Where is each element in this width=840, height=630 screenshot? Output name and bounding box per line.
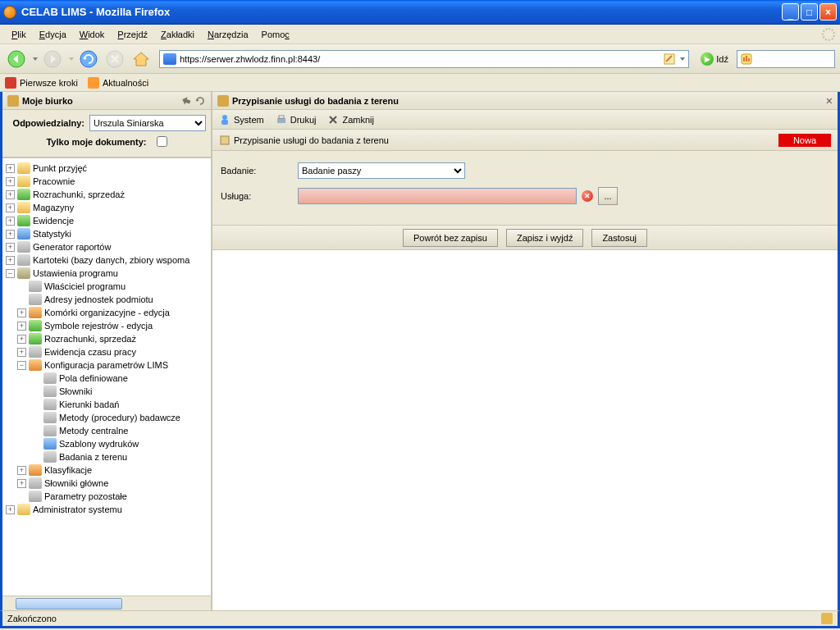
tree-item[interactable]: Ewidencja czasu pracy (44, 347, 136, 357)
tree-hscroll[interactable] (2, 596, 211, 610)
reload-button[interactable] (77, 48, 100, 71)
back-button[interactable] (5, 48, 28, 71)
menu-tools[interactable]: Narzędzia (201, 28, 255, 41)
svg-point-6 (222, 115, 227, 120)
shrink-icon[interactable] (180, 95, 192, 107)
field-icon (43, 372, 57, 384)
tree-item[interactable]: Klasyfikacje (44, 465, 92, 475)
sidebar-filters: Odpowiedzialny: Urszula Siniarska Tylko … (2, 110, 211, 158)
tree-item[interactable]: Metody centralne (59, 426, 128, 436)
content-close-button[interactable]: × (826, 94, 833, 107)
svg-rect-8 (277, 118, 285, 123)
back-without-save-button[interactable]: Powrót bez zapisu (403, 229, 498, 247)
save-and-exit-button[interactable]: Zapisz i wyjdź (506, 229, 583, 247)
usluga-label: Usługa: (221, 191, 298, 201)
money-icon (17, 189, 30, 200)
rss-icon (88, 77, 99, 89)
forward-dropdown[interactable] (69, 57, 74, 61)
svg-rect-9 (279, 116, 284, 118)
menu-go[interactable]: Przejdź (111, 28, 154, 41)
tree-item[interactable]: Statystyki (33, 229, 71, 239)
tree-item[interactable]: Pracownie (33, 176, 75, 186)
firefox-icon (3, 6, 16, 19)
tree-item[interactable]: Adresy jednostek podmiotu (44, 294, 153, 304)
bookmarks-bar: Pierwsze kroki Aktualności (0, 74, 840, 92)
toolbar-close[interactable]: Zamknij (327, 114, 374, 126)
url-text[interactable]: https://serwer.zhwlodz.finn.pl:8443/ (180, 54, 664, 64)
menu-bar: Plik Edycja Widok Przejdź Zakładki Narzę… (0, 25, 840, 44)
tree-item[interactable]: Metody (procedury) badawcze (59, 413, 180, 422)
content-title: Przypisanie usługi do badania z terenu (232, 96, 826, 106)
bookmark-news[interactable]: Aktualności (88, 77, 148, 89)
tree-item[interactable]: Kierunki badań (59, 399, 119, 409)
db-icon (17, 254, 30, 266)
tree-item[interactable]: Słowniki główne (44, 478, 108, 488)
tree-item[interactable]: Kartoteki (bazy danych, zbiory wspoma (33, 255, 189, 265)
menu-bookmarks[interactable]: Zakładki (154, 28, 201, 41)
tree-item[interactable]: Symbole rejestrów - edycja (44, 321, 153, 331)
menu-edit[interactable]: Edycja (33, 28, 73, 41)
url-bar[interactable]: https://serwer.zhwlodz.finn.pl:8443/ (159, 50, 689, 68)
minimize-button[interactable]: _ (782, 3, 799, 21)
tree-item[interactable]: Badania z terenu (59, 452, 127, 462)
tree-item[interactable]: Rozrachunki, sprzedaż (33, 189, 125, 199)
content-body (212, 250, 838, 610)
bookmark-first-steps[interactable]: Pierwsze kroki (5, 77, 78, 89)
tree-item[interactable]: Komórki organizacyjne - edycja (44, 308, 170, 317)
toolbar-system[interactable]: System (219, 114, 264, 126)
dir-icon (43, 399, 57, 410)
tree-item[interactable]: Magazyny (33, 203, 74, 212)
mydocs-checkbox[interactable] (157, 136, 167, 147)
svg-rect-7 (221, 120, 228, 125)
status-text: Zakończono (7, 614, 821, 623)
security-icon[interactable] (821, 613, 833, 624)
tree-item[interactable]: Ustawienia programu (33, 268, 118, 278)
responsible-select[interactable]: Urszula Siniarska (89, 115, 206, 131)
tree-item[interactable]: Pola definiowane (59, 373, 128, 383)
back-dropdown[interactable] (33, 57, 38, 61)
warn-icon (29, 359, 42, 371)
tree-item[interactable]: Właściciel programu (44, 281, 126, 291)
tree-item[interactable]: Punkt przyjęć (33, 163, 87, 173)
toolbar-print[interactable]: Drukuj (276, 114, 317, 126)
menu-help[interactable]: Pomoc (255, 28, 296, 41)
sidebar-title: Moje biurko (22, 96, 178, 106)
search-engine-icon[interactable] (741, 53, 754, 65)
error-icon: ✕ (582, 190, 593, 202)
tree-item[interactable]: Generator raportów (33, 242, 111, 252)
search-box[interactable] (737, 50, 835, 68)
svg-rect-10 (221, 136, 229, 144)
tree-item[interactable]: Słowniki (59, 386, 92, 396)
maximize-button[interactable]: □ (801, 3, 818, 21)
menu-file[interactable]: Plik (5, 28, 33, 41)
content-header: Przypisanie usługi do badania z terenu × (212, 92, 838, 110)
forward-button[interactable] (41, 48, 64, 71)
nav-tree[interactable]: +Punkt przyjęć +Pracownie +Rozrachunki, … (2, 158, 211, 596)
bookmark-icon (5, 77, 16, 89)
usluga-browse-button[interactable]: ... (598, 187, 618, 205)
usluga-input[interactable] (298, 188, 577, 204)
stop-button[interactable] (103, 48, 126, 71)
tree-item[interactable]: Administrator systemu (33, 504, 122, 514)
tree-item[interactable]: Konfiguracja parametrów LIMS (44, 360, 168, 370)
class-icon (29, 464, 42, 476)
flask-icon (17, 162, 30, 174)
expand-icon[interactable]: + (6, 164, 15, 173)
home-button[interactable] (130, 48, 153, 71)
tree-item[interactable]: Ewidencje (33, 216, 74, 226)
badanie-select[interactable]: Badanie paszy (298, 162, 465, 179)
tree-item[interactable]: Rozrachunki, sprzedaż (44, 334, 136, 344)
content-panel: Przypisanie usługi do badania z terenu ×… (212, 92, 838, 610)
autofill-icon[interactable] (664, 53, 675, 65)
card-icon (29, 294, 42, 305)
tree-item[interactable]: Parametry pozostałe (44, 491, 127, 501)
url-dropdown[interactable] (680, 57, 685, 61)
go-button[interactable]: ▶ Idź (696, 52, 733, 66)
tab-assignment[interactable]: Przypisanie usługi do badania z terenu (219, 135, 389, 146)
tree-item[interactable]: Szablony wydruków (59, 439, 139, 449)
menu-view[interactable]: Widok (73, 28, 112, 41)
apply-button[interactable]: Zastosuj (591, 229, 647, 247)
close-button[interactable]: × (819, 3, 837, 21)
refresh-icon[interactable] (194, 95, 206, 107)
page-icon (29, 281, 42, 292)
